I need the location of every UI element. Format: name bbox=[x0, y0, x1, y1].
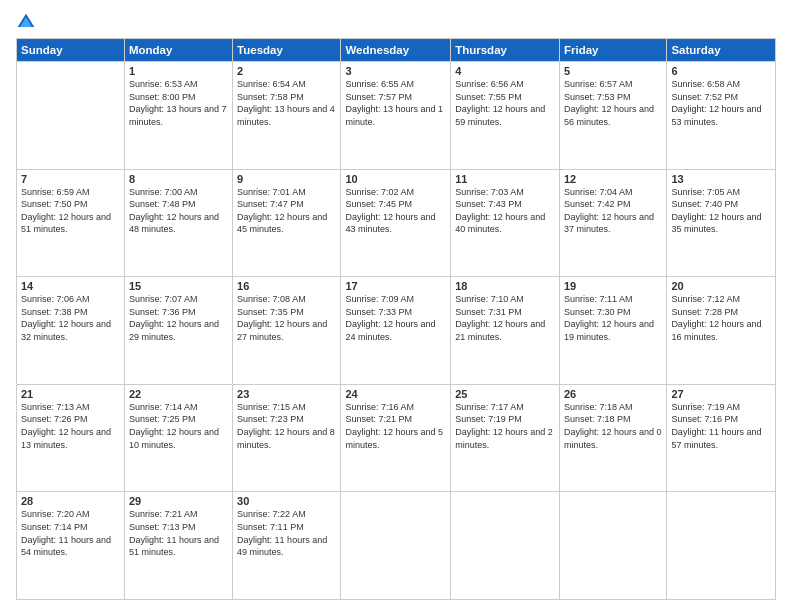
calendar-week-0: 1Sunrise: 6:53 AMSunset: 8:00 PMDaylight… bbox=[17, 62, 776, 170]
day-number: 2 bbox=[237, 65, 336, 77]
day-number: 3 bbox=[345, 65, 446, 77]
weekday-header-wednesday: Wednesday bbox=[341, 39, 451, 62]
day-info: Sunrise: 7:05 AMSunset: 7:40 PMDaylight:… bbox=[671, 186, 771, 236]
calendar-cell bbox=[17, 62, 125, 170]
day-number: 19 bbox=[564, 280, 662, 292]
logo-icon bbox=[16, 12, 36, 32]
calendar-cell: 18Sunrise: 7:10 AMSunset: 7:31 PMDayligh… bbox=[451, 277, 560, 385]
day-info: Sunrise: 7:06 AMSunset: 7:38 PMDaylight:… bbox=[21, 293, 120, 343]
weekday-row: SundayMondayTuesdayWednesdayThursdayFrid… bbox=[17, 39, 776, 62]
calendar-cell: 26Sunrise: 7:18 AMSunset: 7:18 PMDayligh… bbox=[559, 384, 666, 492]
day-number: 5 bbox=[564, 65, 662, 77]
day-number: 12 bbox=[564, 173, 662, 185]
day-info: Sunrise: 7:00 AMSunset: 7:48 PMDaylight:… bbox=[129, 186, 228, 236]
day-number: 30 bbox=[237, 495, 336, 507]
day-number: 16 bbox=[237, 280, 336, 292]
calendar-cell: 21Sunrise: 7:13 AMSunset: 7:26 PMDayligh… bbox=[17, 384, 125, 492]
day-number: 1 bbox=[129, 65, 228, 77]
day-info: Sunrise: 7:16 AMSunset: 7:21 PMDaylight:… bbox=[345, 401, 446, 451]
day-number: 10 bbox=[345, 173, 446, 185]
day-number: 9 bbox=[237, 173, 336, 185]
day-number: 22 bbox=[129, 388, 228, 400]
calendar-cell: 28Sunrise: 7:20 AMSunset: 7:14 PMDayligh… bbox=[17, 492, 125, 600]
calendar-page: SundayMondayTuesdayWednesdayThursdayFrid… bbox=[0, 0, 792, 612]
day-info: Sunrise: 7:01 AMSunset: 7:47 PMDaylight:… bbox=[237, 186, 336, 236]
day-number: 18 bbox=[455, 280, 555, 292]
day-info: Sunrise: 7:07 AMSunset: 7:36 PMDaylight:… bbox=[129, 293, 228, 343]
calendar-cell bbox=[341, 492, 451, 600]
day-number: 26 bbox=[564, 388, 662, 400]
weekday-header-sunday: Sunday bbox=[17, 39, 125, 62]
calendar-cell: 5Sunrise: 6:57 AMSunset: 7:53 PMDaylight… bbox=[559, 62, 666, 170]
day-number: 28 bbox=[21, 495, 120, 507]
calendar-cell: 17Sunrise: 7:09 AMSunset: 7:33 PMDayligh… bbox=[341, 277, 451, 385]
calendar-cell: 1Sunrise: 6:53 AMSunset: 8:00 PMDaylight… bbox=[124, 62, 232, 170]
day-number: 6 bbox=[671, 65, 771, 77]
day-info: Sunrise: 7:08 AMSunset: 7:35 PMDaylight:… bbox=[237, 293, 336, 343]
calendar-week-4: 28Sunrise: 7:20 AMSunset: 7:14 PMDayligh… bbox=[17, 492, 776, 600]
calendar-cell: 30Sunrise: 7:22 AMSunset: 7:11 PMDayligh… bbox=[233, 492, 341, 600]
calendar-cell: 7Sunrise: 6:59 AMSunset: 7:50 PMDaylight… bbox=[17, 169, 125, 277]
calendar-week-1: 7Sunrise: 6:59 AMSunset: 7:50 PMDaylight… bbox=[17, 169, 776, 277]
calendar-cell: 14Sunrise: 7:06 AMSunset: 7:38 PMDayligh… bbox=[17, 277, 125, 385]
day-number: 20 bbox=[671, 280, 771, 292]
calendar-cell: 20Sunrise: 7:12 AMSunset: 7:28 PMDayligh… bbox=[667, 277, 776, 385]
calendar-cell: 3Sunrise: 6:55 AMSunset: 7:57 PMDaylight… bbox=[341, 62, 451, 170]
day-number: 29 bbox=[129, 495, 228, 507]
day-info: Sunrise: 7:14 AMSunset: 7:25 PMDaylight:… bbox=[129, 401, 228, 451]
calendar-cell: 16Sunrise: 7:08 AMSunset: 7:35 PMDayligh… bbox=[233, 277, 341, 385]
calendar-body: 1Sunrise: 6:53 AMSunset: 8:00 PMDaylight… bbox=[17, 62, 776, 600]
weekday-header-saturday: Saturday bbox=[667, 39, 776, 62]
calendar-cell: 6Sunrise: 6:58 AMSunset: 7:52 PMDaylight… bbox=[667, 62, 776, 170]
day-info: Sunrise: 7:15 AMSunset: 7:23 PMDaylight:… bbox=[237, 401, 336, 451]
day-info: Sunrise: 6:55 AMSunset: 7:57 PMDaylight:… bbox=[345, 78, 446, 128]
day-number: 25 bbox=[455, 388, 555, 400]
day-info: Sunrise: 7:20 AMSunset: 7:14 PMDaylight:… bbox=[21, 508, 120, 558]
calendar-cell: 22Sunrise: 7:14 AMSunset: 7:25 PMDayligh… bbox=[124, 384, 232, 492]
day-info: Sunrise: 7:11 AMSunset: 7:30 PMDaylight:… bbox=[564, 293, 662, 343]
weekday-header-thursday: Thursday bbox=[451, 39, 560, 62]
calendar-cell: 29Sunrise: 7:21 AMSunset: 7:13 PMDayligh… bbox=[124, 492, 232, 600]
day-number: 4 bbox=[455, 65, 555, 77]
day-info: Sunrise: 7:04 AMSunset: 7:42 PMDaylight:… bbox=[564, 186, 662, 236]
calendar-cell: 8Sunrise: 7:00 AMSunset: 7:48 PMDaylight… bbox=[124, 169, 232, 277]
day-info: Sunrise: 7:02 AMSunset: 7:45 PMDaylight:… bbox=[345, 186, 446, 236]
day-info: Sunrise: 7:17 AMSunset: 7:19 PMDaylight:… bbox=[455, 401, 555, 451]
day-number: 24 bbox=[345, 388, 446, 400]
day-number: 11 bbox=[455, 173, 555, 185]
weekday-header-tuesday: Tuesday bbox=[233, 39, 341, 62]
day-info: Sunrise: 7:18 AMSunset: 7:18 PMDaylight:… bbox=[564, 401, 662, 451]
calendar-week-2: 14Sunrise: 7:06 AMSunset: 7:38 PMDayligh… bbox=[17, 277, 776, 385]
calendar-cell: 13Sunrise: 7:05 AMSunset: 7:40 PMDayligh… bbox=[667, 169, 776, 277]
day-info: Sunrise: 7:19 AMSunset: 7:16 PMDaylight:… bbox=[671, 401, 771, 451]
calendar-cell: 9Sunrise: 7:01 AMSunset: 7:47 PMDaylight… bbox=[233, 169, 341, 277]
weekday-header-monday: Monday bbox=[124, 39, 232, 62]
day-info: Sunrise: 7:09 AMSunset: 7:33 PMDaylight:… bbox=[345, 293, 446, 343]
day-number: 14 bbox=[21, 280, 120, 292]
calendar-cell: 10Sunrise: 7:02 AMSunset: 7:45 PMDayligh… bbox=[341, 169, 451, 277]
calendar-table: SundayMondayTuesdayWednesdayThursdayFrid… bbox=[16, 38, 776, 600]
calendar-cell: 24Sunrise: 7:16 AMSunset: 7:21 PMDayligh… bbox=[341, 384, 451, 492]
calendar-cell: 4Sunrise: 6:56 AMSunset: 7:55 PMDaylight… bbox=[451, 62, 560, 170]
day-info: Sunrise: 6:59 AMSunset: 7:50 PMDaylight:… bbox=[21, 186, 120, 236]
day-number: 7 bbox=[21, 173, 120, 185]
day-info: Sunrise: 6:58 AMSunset: 7:52 PMDaylight:… bbox=[671, 78, 771, 128]
day-info: Sunrise: 7:22 AMSunset: 7:11 PMDaylight:… bbox=[237, 508, 336, 558]
calendar-cell: 23Sunrise: 7:15 AMSunset: 7:23 PMDayligh… bbox=[233, 384, 341, 492]
calendar-cell: 12Sunrise: 7:04 AMSunset: 7:42 PMDayligh… bbox=[559, 169, 666, 277]
weekday-header-friday: Friday bbox=[559, 39, 666, 62]
calendar-cell bbox=[667, 492, 776, 600]
day-info: Sunrise: 6:56 AMSunset: 7:55 PMDaylight:… bbox=[455, 78, 555, 128]
day-number: 13 bbox=[671, 173, 771, 185]
day-info: Sunrise: 7:03 AMSunset: 7:43 PMDaylight:… bbox=[455, 186, 555, 236]
day-info: Sunrise: 7:10 AMSunset: 7:31 PMDaylight:… bbox=[455, 293, 555, 343]
day-number: 27 bbox=[671, 388, 771, 400]
day-number: 23 bbox=[237, 388, 336, 400]
day-info: Sunrise: 6:54 AMSunset: 7:58 PMDaylight:… bbox=[237, 78, 336, 128]
day-number: 17 bbox=[345, 280, 446, 292]
calendar-cell: 19Sunrise: 7:11 AMSunset: 7:30 PMDayligh… bbox=[559, 277, 666, 385]
logo bbox=[16, 12, 40, 32]
day-info: Sunrise: 6:53 AMSunset: 8:00 PMDaylight:… bbox=[129, 78, 228, 128]
calendar-week-3: 21Sunrise: 7:13 AMSunset: 7:26 PMDayligh… bbox=[17, 384, 776, 492]
top-area bbox=[16, 12, 776, 32]
